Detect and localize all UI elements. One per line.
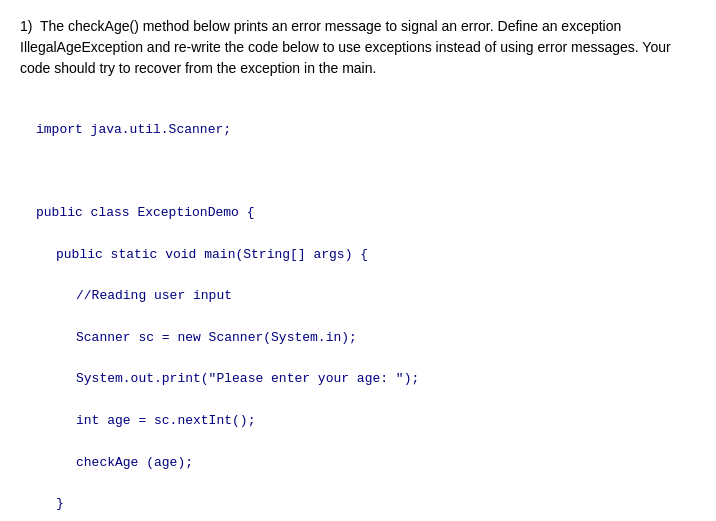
code-line: } (36, 494, 680, 515)
question-number: 1) (20, 18, 40, 34)
code-line: checkAge (age); (36, 453, 680, 474)
code-line: //Reading user input (36, 286, 680, 307)
code-line: public static void main(String[] args) { (36, 245, 680, 266)
code-line: import java.util.Scanner; (36, 120, 680, 141)
code-line (36, 161, 680, 182)
question-body: The checkAge() method below prints an er… (20, 18, 671, 76)
question-text: 1) The checkAge() method below prints an… (20, 16, 696, 79)
code-line: int age = sc.nextInt(); (36, 411, 680, 432)
code-block: import java.util.Scanner; public class E… (20, 91, 696, 521)
code-line: Scanner sc = new Scanner(System.in); (36, 328, 680, 349)
code-line: public class ExceptionDemo { (36, 203, 680, 224)
code-line: System.out.print("Please enter your age:… (36, 369, 680, 390)
question-block: 1) The checkAge() method below prints an… (20, 16, 696, 521)
